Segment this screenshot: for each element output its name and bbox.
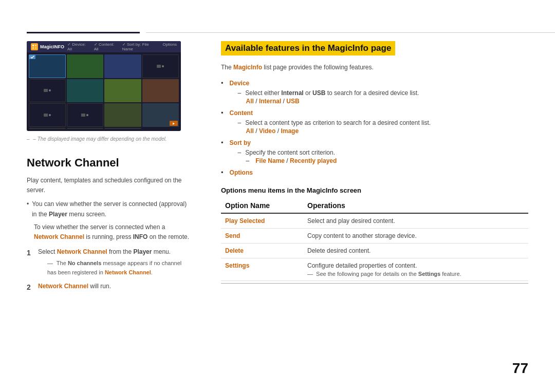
- grid-cell-6: [67, 79, 104, 103]
- options-table-head: Option Name Operations: [221, 198, 528, 213]
- content-sub-text: Select a content type as criterion to se…: [245, 118, 431, 127]
- sortby-sep-1: /: [286, 157, 290, 164]
- topbar-filters: ✓ Device: All ✓ Content: All ✓ Sort by: …: [67, 42, 177, 51]
- sortby-val-dash: –: [246, 157, 250, 164]
- content-sub-dash: –: [238, 118, 242, 127]
- options-table-body: Play Selected Select and play desired co…: [221, 213, 528, 281]
- sortby-sub: – Specify the content sort criterion. – …: [238, 148, 337, 164]
- step-number-1: 1: [27, 247, 33, 258]
- grid-cell-14: [67, 128, 104, 129]
- sortby-sub-text: Specify the content sort criterion.: [245, 148, 335, 157]
- features-list: Device – Select either Internal or USB t…: [221, 79, 528, 176]
- device-sub: – Select either Internal or USB to searc…: [238, 88, 419, 105]
- grid-cell-12: ▶: [142, 103, 179, 127]
- step-2-content: Network Channel will run.: [38, 282, 111, 291]
- step-2-text: Network Channel will run.: [38, 283, 111, 290]
- op-send-desc: Copy content to another storage device.: [303, 229, 528, 244]
- mockup-grid: ▶: [27, 52, 181, 131]
- device-sub-text: Select either Internal or USB to search …: [245, 88, 419, 98]
- option-play-selected: Play Selected: [221, 213, 303, 229]
- grid-cell-4: [142, 54, 179, 78]
- filter-sort: ✓ Sort by: File Name: [122, 42, 159, 51]
- right-column: Available features in the MagicInfo page…: [221, 41, 528, 284]
- features-heading: Available features in the MagicInfo page: [221, 41, 395, 55]
- sortby-value-filename: File Name: [255, 157, 285, 164]
- feature-content: Content – Select a content type as crite…: [221, 109, 528, 135]
- bullet-text-1: You can view whether the server is conne…: [32, 199, 191, 219]
- svg-rect-2: [32, 47, 34, 49]
- filter-options: Options: [162, 42, 177, 51]
- step-1: 1 Select Network Channel from the Player…: [27, 247, 191, 277]
- option-send: Send: [221, 229, 303, 244]
- settings-desc-text: Configure detailed properties of content…: [307, 262, 524, 269]
- content-value-video: Video: [259, 127, 275, 135]
- feature-device: Device – Select either Internal or USB t…: [221, 79, 528, 105]
- features-intro: The MagicInfo list page provides the fol…: [221, 63, 528, 72]
- grid-cell-7: [104, 79, 141, 103]
- op-play-selected-desc: Select and play desired content.: [303, 213, 528, 229]
- mockup-topbar: MagicINFO ✓ Device: All ✓ Content: All ✓…: [27, 41, 181, 52]
- network-channel-section: Network Channel Play content, templates …: [27, 156, 191, 293]
- device-value-all: All: [246, 98, 254, 105]
- content-value-all: All: [246, 127, 254, 135]
- rule-right: [146, 32, 555, 33]
- page-number: 77: [512, 360, 528, 377]
- sortby-value-spacer: [252, 157, 254, 164]
- network-channel-bold-1: Network Channel: [34, 233, 84, 240]
- content-name: Content: [230, 109, 253, 117]
- grid-checkmark-1: [29, 55, 35, 59]
- feature-sortby: Sort by – Specify the content sort crite…: [221, 139, 528, 164]
- options-section: Options menu items in the MagicInfo scre…: [221, 186, 528, 284]
- info-bold: INFO: [133, 233, 148, 240]
- caption-dash: –: [27, 136, 30, 142]
- device-value-internal: Internal: [259, 98, 281, 105]
- player-bold: Player: [49, 211, 67, 218]
- magicinfo-logo: MagicINFO: [31, 43, 64, 50]
- sortby-sub-item: – Specify the content sort criterion.: [238, 148, 337, 157]
- svg-rect-3: [35, 47, 36, 49]
- left-column: MagicINFO ✓ Device: All ✓ Content: All ✓…: [27, 41, 191, 297]
- settings-note-text: See the following page for details on th…: [316, 271, 461, 277]
- grid-cell-13: [29, 128, 66, 129]
- bullet-item-1: • You can view whether the server is con…: [27, 199, 191, 219]
- settings-note-dash: —: [307, 271, 313, 277]
- options-table: Option Name Operations Play Selected Sel…: [221, 198, 528, 281]
- table-row-settings: Settings Configure detailed properties o…: [221, 258, 528, 281]
- section-body: Play content, templates and schedules co…: [27, 176, 191, 293]
- note-dash-1: —: [47, 260, 53, 266]
- col-operations: Operations: [303, 198, 528, 213]
- svg-rect-1: [35, 45, 36, 46]
- screenshot-mockup: MagicINFO ✓ Device: All ✓ Content: All ✓…: [27, 41, 181, 131]
- sortby-name: Sort by: [230, 139, 251, 146]
- options-table-header-row: Option Name Operations: [221, 198, 528, 213]
- grid-cell-3: [104, 54, 141, 78]
- section-intro: Play content, templates and schedules co…: [27, 176, 191, 195]
- col-option-name: Option Name: [221, 198, 303, 213]
- grid-cell-8: [142, 79, 179, 103]
- step-number-2: 2: [27, 282, 33, 293]
- step-1-content: Select Network Channel from the Player m…: [38, 247, 191, 277]
- table-row-send: Send Copy content to another storage dev…: [221, 229, 528, 244]
- sortby-values: – File Name / Recently played: [246, 157, 337, 164]
- content-values: All / Video / Image: [246, 127, 431, 135]
- step-1-note-text: The No channels message appears if no ch…: [47, 260, 181, 275]
- no-channels-bold: No channels: [68, 260, 101, 266]
- options-title: Options menu items in the MagicInfo scre…: [221, 186, 528, 194]
- option-delete: Delete: [221, 244, 303, 258]
- op-settings-desc: Configure detailed properties of content…: [303, 258, 528, 281]
- device-sub-item: – Select either Internal or USB to searc…: [238, 88, 419, 98]
- logo-icon: [31, 43, 38, 50]
- device-value-usb: USB: [286, 98, 299, 105]
- table-bottom-rule: [221, 283, 528, 284]
- usb-bold: USB: [312, 89, 325, 97]
- step-1-note: — The No channels message appears if no …: [38, 259, 191, 277]
- screenshot-caption: – – The displayed image may differ depen…: [27, 136, 191, 142]
- top-rules: [0, 32, 555, 33]
- filter-device: ✓ Device: All: [67, 42, 90, 51]
- grid-cell-2: [67, 54, 104, 78]
- internal-bold: Internal: [281, 89, 303, 97]
- grid-cell-1: [29, 54, 66, 78]
- network-channel-bold-2: Network Channel: [57, 248, 107, 255]
- device-sub-dash: –: [238, 88, 242, 98]
- option-settings: Settings: [221, 258, 303, 281]
